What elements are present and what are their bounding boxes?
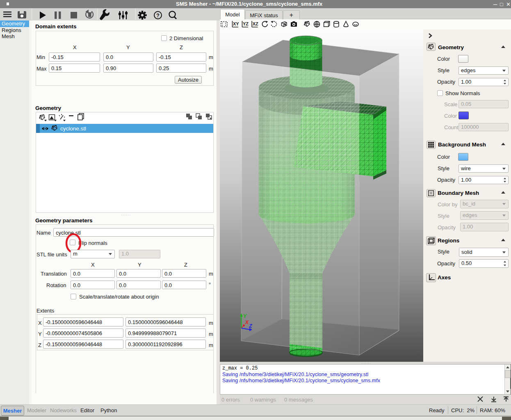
svg-text:Z: Z xyxy=(249,323,253,329)
svg-text:X: X xyxy=(245,320,249,325)
svg-text:?: ? xyxy=(156,12,160,18)
svg-text:XZ: XZ xyxy=(253,21,258,26)
svg-text:cyclone.stl: cyclone.stl xyxy=(60,126,86,132)
svg-text:YZ: YZ xyxy=(243,21,249,26)
svg-text:XY: XY xyxy=(233,21,239,26)
